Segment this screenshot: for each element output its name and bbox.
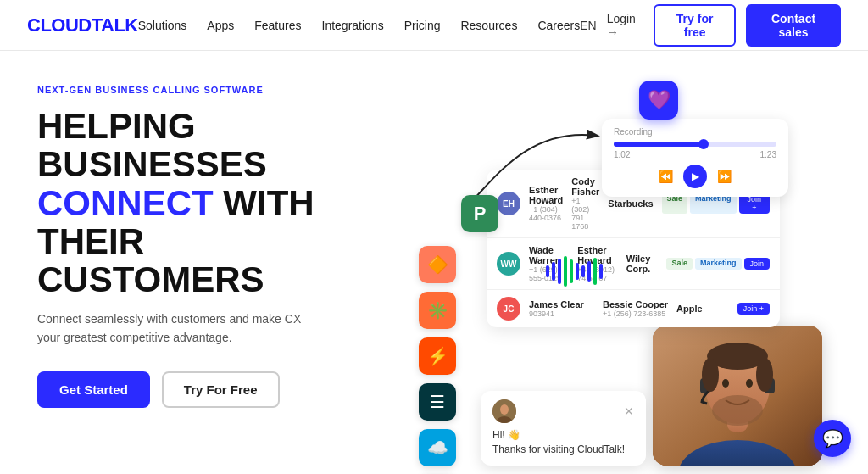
svg-point-10 [702, 358, 719, 392]
crm-contact-phone-3: +1 (256) 723-6385 [603, 309, 668, 318]
tag-marketing-2: Marketing [695, 258, 742, 270]
recording-play-button[interactable]: ▶ [683, 165, 707, 188]
live-chat-float-button[interactable]: 💬 [814, 420, 851, 457]
get-started-button[interactable]: Get Started [37, 371, 150, 408]
join-button-3[interactable]: Join + [737, 303, 770, 315]
audio-waveform [546, 254, 603, 288]
crm-tags-3: Join + [737, 303, 770, 315]
chat-float-icon: 💬 [822, 428, 843, 449]
language-selector[interactable]: EN [580, 19, 596, 32]
crm-company-name-3: Apple [676, 304, 729, 314]
chat-greeting-text: Hi! 👋 [492, 429, 520, 441]
crm-company-3: Apple [676, 304, 729, 314]
hubspot-icon: 🔶 [419, 246, 456, 283]
wave-bar-9 [593, 258, 597, 285]
svg-point-4 [712, 395, 763, 426]
nav-integrations[interactable]: Integrations [322, 19, 384, 32]
nav-pricing[interactable]: Pricing [404, 19, 441, 32]
wave-bar-5 [570, 259, 573, 283]
crm-company-1: Starbucks [608, 198, 653, 209]
recording-times: 1:02 1:23 [614, 150, 776, 159]
crm-person-3: James Clear 903941 [529, 299, 594, 318]
recording-time-end: 1:23 [760, 150, 776, 159]
recording-time-start: 1:02 [614, 150, 630, 159]
nav-features[interactable]: Features [254, 19, 301, 32]
login-button[interactable]: Login → [607, 12, 643, 39]
salesforce-icon: ☁️ [419, 429, 456, 466]
svg-point-7 [722, 379, 729, 388]
recording-rewind-icon[interactable]: ⏪ [659, 170, 673, 183]
nav-careers[interactable]: Careers [537, 19, 580, 32]
hero-right: 💜 Recording 1:02 1:23 ⏪ ▶ ⏩ [393, 76, 831, 474]
integration-icons: 🔶 ✳️ ⚡ ☰ ☁️ ⊞ [419, 246, 456, 474]
hero-tag: Next-gen business calling software [37, 85, 393, 95]
recording-label: Recording [614, 127, 776, 137]
chat-avatar [492, 399, 516, 423]
person-photo [653, 326, 822, 466]
hero-buttons: Get Started Try For Free [37, 371, 393, 408]
recording-forward-icon[interactable]: ⏩ [717, 170, 732, 183]
chat-header: ✕ [492, 399, 634, 423]
heart-icon-bubble: 💜 [639, 81, 678, 120]
svg-point-13 [500, 404, 509, 415]
chat-close-button[interactable]: ✕ [624, 404, 634, 418]
nav-right: EN Login → Try for free Contact sales [580, 4, 841, 47]
hero-title-highlight: CONNECT [37, 183, 214, 223]
recording-fill [614, 142, 704, 147]
wave-bar-6 [576, 263, 579, 280]
crm-company-2: Wiley Corp. [626, 254, 659, 274]
wave-bar-10 [599, 264, 603, 279]
wave-bar-3 [558, 259, 561, 284]
svg-point-11 [756, 358, 773, 392]
join-button-2[interactable]: Join [744, 258, 771, 270]
hero-title-line1: HELPING BUSINESSES [37, 106, 267, 184]
chat-avatar-image [492, 399, 516, 423]
nav-apps[interactable]: Apps [207, 19, 234, 32]
tag-sale-2: Sale [666, 258, 693, 270]
crm-contact-3: Bessie Cooper +1 (256) 723-6385 [603, 299, 668, 318]
zendesk-icon: ☰ [419, 383, 456, 421]
recording-handle [698, 139, 709, 149]
recording-progress-bar[interactable] [614, 142, 776, 147]
crm-phone-3: 903941 [529, 309, 594, 318]
wave-bar-1 [546, 265, 549, 277]
crm-tags-2: Sale Marketing Join [666, 258, 770, 270]
try-free-hero-button[interactable]: Try For Free [162, 371, 280, 408]
brand-name: CLOUDTALK [27, 14, 138, 36]
hero-left: Next-gen business calling software HELPI… [37, 76, 393, 408]
zapier-icon: ⚡ [419, 337, 456, 375]
recording-controls: ⏪ ▶ ⏩ [614, 165, 776, 188]
crm-company-name-2: Wiley Corp. [626, 254, 659, 274]
wave-bar-7 [581, 265, 585, 277]
asterisk-icon: ✳️ [419, 292, 456, 329]
nav-links: Solutions Apps Features Integrations Pri… [138, 19, 580, 32]
hero-title: HELPING BUSINESSES CONNECT WITH THEIR CU… [37, 107, 393, 299]
person-svg [653, 326, 822, 466]
crm-avatar-2: WW [497, 252, 520, 276]
logo[interactable]: CLOUDTALK [27, 14, 138, 36]
chat-message-text: Thanks for visiting CloudTalk! [492, 443, 625, 455]
crm-avatar-3: JC [497, 297, 520, 321]
contact-sales-button[interactable]: Contact sales [746, 4, 841, 47]
heart-icon: 💜 [648, 89, 670, 111]
wave-bar-2 [552, 262, 555, 281]
wave-bar-8 [587, 261, 591, 282]
wave-bar-4 [564, 256, 567, 287]
crm-row-2: WW Wade Warren +1 (629) 555-0129 Esther … [487, 238, 780, 290]
hero-section: Next-gen business calling software HELPI… [0, 51, 868, 474]
hero-title-line3: CUSTOMERS [37, 259, 264, 299]
crm-contact-name-3: Bessie Cooper [603, 299, 668, 309]
chat-greeting: Hi! 👋 Thanks for visiting CloudTalk! [492, 428, 634, 457]
hero-description: Connect seamlessly with customers and ma… [37, 309, 326, 348]
pipedrive-icon: P [461, 195, 498, 232]
chat-bubble: ✕ Hi! 👋 Thanks for visiting CloudTalk! [481, 391, 646, 466]
person-image [653, 326, 822, 466]
navbar: CLOUDTALK Solutions Apps Features Integr… [0, 0, 868, 51]
nav-resources[interactable]: Resources [460, 19, 517, 32]
svg-point-8 [746, 379, 753, 388]
nav-solutions[interactable]: Solutions [138, 19, 187, 32]
recording-widget: Recording 1:02 1:23 ⏪ ▶ ⏩ [602, 119, 788, 197]
try-free-nav-button[interactable]: Try for free [654, 4, 736, 47]
crm-row-3: JC James Clear 903941 Bessie Cooper +1 (… [487, 290, 780, 327]
crm-company-name-1: Starbucks [608, 198, 653, 209]
